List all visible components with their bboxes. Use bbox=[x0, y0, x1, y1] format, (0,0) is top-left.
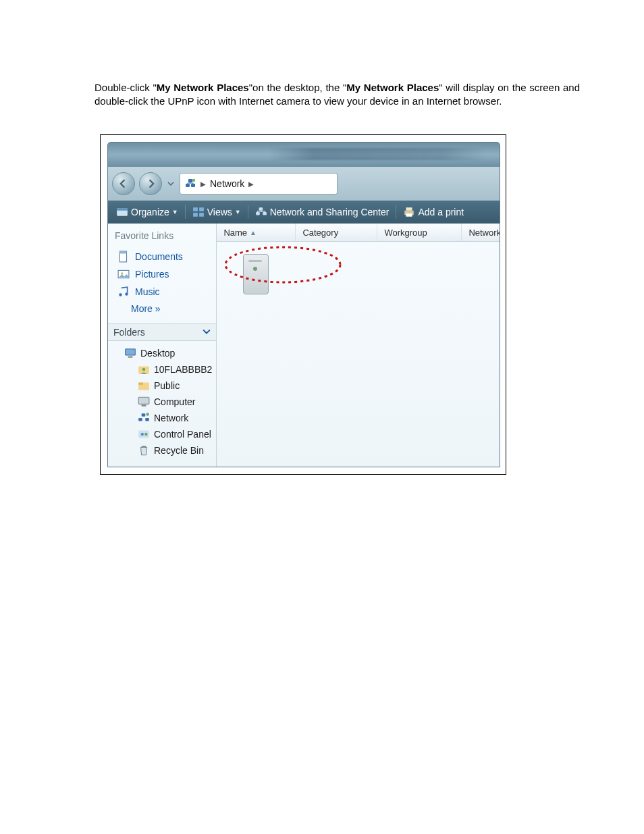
titlebar-blur-decor bbox=[270, 148, 486, 160]
network-device-item[interactable] bbox=[237, 251, 275, 296]
svg-rect-5 bbox=[117, 208, 128, 210]
address-row: ▶ Network ▶ bbox=[108, 167, 500, 201]
column-header-label: Network bbox=[468, 228, 500, 238]
views-icon bbox=[192, 206, 205, 218]
svg-rect-30 bbox=[142, 405, 146, 407]
public-folder-icon bbox=[138, 380, 150, 392]
svg-rect-33 bbox=[142, 413, 146, 417]
toolbar-views-button[interactable]: Views ▼ bbox=[190, 206, 244, 218]
breadcrumb-location[interactable]: Network bbox=[210, 178, 244, 189]
recycle-bin-icon bbox=[138, 444, 150, 457]
screenshot-frame: ▶ Network ▶ Organize ▼ bbox=[100, 134, 506, 475]
tree-node-control-panel[interactable]: Control Panel bbox=[115, 426, 213, 442]
nav-forward-button[interactable] bbox=[139, 172, 162, 195]
svg-point-26 bbox=[142, 368, 146, 371]
toolbar-network-sharing-button[interactable]: Network and Sharing Center bbox=[252, 206, 392, 218]
svg-rect-6 bbox=[193, 207, 198, 211]
svg-rect-10 bbox=[256, 212, 260, 215]
music-icon bbox=[117, 286, 130, 298]
favorite-link-pictures[interactable]: Pictures bbox=[113, 265, 216, 283]
toolbar-network-sharing-label: Network and Sharing Center bbox=[270, 207, 390, 217]
toolbar-add-printer-button[interactable]: Add a print bbox=[400, 206, 466, 218]
favorite-link-label: Music bbox=[135, 286, 160, 297]
svg-rect-2 bbox=[188, 179, 192, 182]
breadcrumb-separator-icon[interactable]: ▶ bbox=[248, 180, 254, 188]
folders-header[interactable]: Folders bbox=[108, 323, 216, 341]
column-header-network[interactable]: Network bbox=[462, 224, 500, 241]
documents-icon bbox=[117, 251, 130, 263]
svg-point-21 bbox=[125, 292, 128, 296]
svg-rect-14 bbox=[406, 207, 412, 211]
column-header-label: Name bbox=[223, 228, 247, 238]
sort-ascending-icon: ▲ bbox=[250, 229, 257, 236]
window-titlebar[interactable] bbox=[108, 142, 500, 167]
organize-icon bbox=[116, 206, 128, 218]
tree-node-label: Control Panel bbox=[154, 429, 211, 440]
pictures-icon bbox=[117, 268, 130, 280]
tree-node-recycle-bin[interactable]: Recycle Bin bbox=[115, 442, 213, 459]
favorites-header: Favorite Links bbox=[108, 224, 216, 245]
device-tower-icon bbox=[243, 254, 269, 294]
intro-text-1: Double-click " bbox=[95, 82, 157, 93]
content-pane: Name ▲ Category Workgroup Network bbox=[217, 224, 500, 467]
favorite-link-label: Documents bbox=[135, 251, 183, 262]
computer-icon bbox=[138, 396, 150, 408]
column-headers: Name ▲ Category Workgroup Network bbox=[217, 224, 500, 242]
svg-rect-23 bbox=[126, 349, 135, 355]
breadcrumb-separator-icon: ▶ bbox=[200, 180, 206, 188]
arrow-left-icon bbox=[119, 179, 128, 188]
chevron-down-icon: ▼ bbox=[172, 209, 178, 215]
chevron-down-icon bbox=[167, 180, 174, 187]
favorite-link-label: Pictures bbox=[135, 269, 169, 280]
column-header-category[interactable]: Category bbox=[296, 224, 377, 241]
toolbar-organize-label: Organize bbox=[131, 207, 169, 217]
svg-rect-11 bbox=[263, 212, 267, 215]
svg-rect-7 bbox=[199, 207, 204, 211]
svg-point-20 bbox=[119, 293, 122, 296]
column-header-workgroup[interactable]: Workgroup bbox=[377, 224, 462, 241]
svg-rect-31 bbox=[138, 418, 142, 421]
svg-rect-15 bbox=[406, 213, 412, 217]
toolbar-organize-button[interactable]: Organize ▼ bbox=[113, 206, 181, 218]
network-icon bbox=[138, 412, 150, 424]
chevron-down-icon bbox=[203, 327, 211, 338]
folders-header-label: Folders bbox=[113, 327, 145, 338]
tree-node-label: Public bbox=[154, 380, 180, 391]
tree-node-label: Network bbox=[154, 413, 188, 423]
tree-node-label: Recycle Bin bbox=[154, 445, 204, 456]
favorite-link-documents[interactable]: Documents bbox=[113, 248, 216, 265]
printer-icon bbox=[403, 206, 415, 218]
chevron-down-icon: ▼ bbox=[235, 209, 241, 215]
tree-node-public[interactable]: Public bbox=[115, 377, 213, 394]
items-area[interactable] bbox=[217, 242, 500, 467]
tree-node-user[interactable]: 10FLABBBB2 bbox=[115, 361, 213, 377]
tree-node-desktop[interactable]: Desktop bbox=[115, 345, 213, 361]
explorer-window: ▶ Network ▶ Organize ▼ bbox=[107, 142, 500, 467]
svg-rect-8 bbox=[193, 213, 198, 217]
toolbar-add-printer-label: Add a print bbox=[418, 207, 464, 217]
svg-point-3 bbox=[192, 179, 195, 182]
svg-point-37 bbox=[144, 433, 148, 436]
tree-node-computer[interactable]: Computer bbox=[115, 394, 213, 410]
address-bar[interactable]: ▶ Network ▶ bbox=[180, 173, 338, 194]
nav-back-button[interactable] bbox=[112, 172, 135, 195]
favorite-link-more[interactable]: More » bbox=[113, 301, 216, 317]
favorite-link-music[interactable]: Music bbox=[113, 283, 216, 301]
desktop-icon bbox=[124, 347, 136, 359]
tree-node-label: Desktop bbox=[140, 348, 175, 359]
svg-rect-28 bbox=[138, 383, 143, 385]
arrow-right-icon bbox=[146, 179, 155, 188]
column-header-name[interactable]: Name ▲ bbox=[217, 224, 296, 241]
toolbar-separator bbox=[185, 205, 186, 219]
svg-rect-38 bbox=[142, 446, 146, 447]
svg-rect-32 bbox=[145, 418, 149, 421]
column-header-label: Workgroup bbox=[384, 228, 427, 238]
column-header-label: Category bbox=[302, 228, 338, 238]
svg-rect-29 bbox=[138, 397, 149, 404]
navigation-pane: Favorite Links Documents Pictures bbox=[108, 224, 217, 467]
tree-node-network[interactable]: Network bbox=[115, 410, 213, 426]
svg-point-36 bbox=[141, 433, 144, 436]
svg-rect-9 bbox=[199, 213, 204, 217]
nav-history-dropdown[interactable] bbox=[166, 180, 176, 187]
svg-rect-12 bbox=[259, 207, 263, 211]
